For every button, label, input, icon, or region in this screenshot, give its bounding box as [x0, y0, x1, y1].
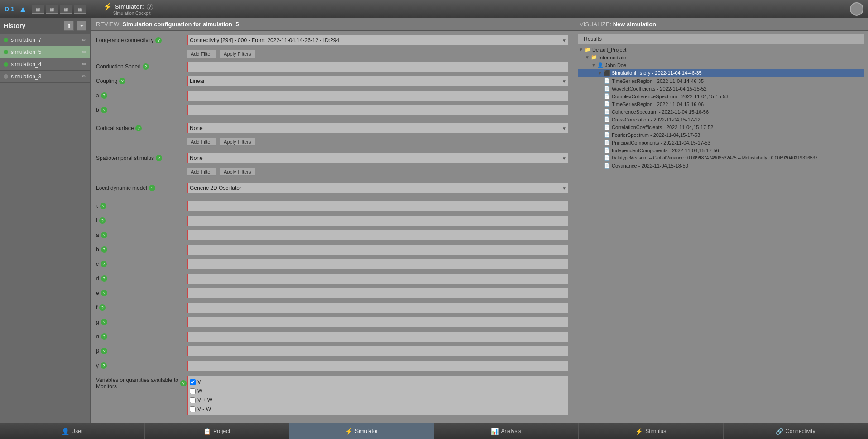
- spatiotemporal-select[interactable]: None: [187, 153, 568, 163]
- tree-node-5[interactable]: 📄 CrossCorrelation - 2022-11-04,15-17-12: [578, 116, 864, 123]
- b2-help[interactable]: ?: [101, 246, 107, 253]
- c-input[interactable]: [0.0]: [187, 259, 568, 269]
- tree-node-9[interactable]: 📄 IndependentComponents - 2022-11-04,15-…: [578, 146, 864, 154]
- gamma-help[interactable]: ?: [101, 362, 107, 369]
- a-input[interactable]: [0.00390625]: [187, 91, 568, 101]
- d-help[interactable]: ?: [101, 275, 107, 282]
- tree-node-2[interactable]: 📄 ComplexCoherenceSpectrum - 2022-11-04,…: [578, 92, 864, 100]
- e-label: e ?: [96, 290, 187, 296]
- e-help[interactable]: ?: [101, 290, 107, 296]
- tau-input[interactable]: [1.0]: [187, 201, 568, 211]
- var-vmw-checkbox[interactable]: [190, 406, 196, 412]
- g-input[interactable]: [0.0]: [187, 317, 568, 327]
- tau-help[interactable]: ?: [100, 203, 106, 209]
- a2-help[interactable]: ?: [101, 232, 107, 238]
- c-help[interactable]: ?: [101, 261, 107, 267]
- tree-node-6[interactable]: 📄 CorrelationCoefficients - 2022-11-04,1…: [578, 123, 864, 131]
- center-content[interactable]: Long-range connectivity ? Connectivity […: [91, 31, 574, 423]
- tab-simulator[interactable]: ⚡ Simulator: [289, 423, 434, 439]
- a-help[interactable]: ?: [101, 92, 107, 99]
- sidebar-item-sim5[interactable]: simulation_5 ✏: [0, 46, 90, 58]
- tree-node-3[interactable]: 📄 TimeSeriesRegion - 2022-11-04,15-16-06: [578, 100, 864, 108]
- tree-node-1[interactable]: 📄 WaveletCoefficients - 2022-11-04,15-15…: [578, 85, 864, 92]
- sim-help-icon[interactable]: ?: [147, 4, 153, 10]
- alpha-input[interactable]: [1.0]: [187, 332, 568, 342]
- spatiotemporal-help[interactable]: ?: [156, 155, 162, 161]
- g-row: g ? [0.0]: [96, 316, 568, 328]
- sim-title-icon: ⚡: [103, 2, 112, 11]
- b-input[interactable]: [0.0]: [187, 105, 568, 115]
- nav-icon-2[interactable]: ▦: [46, 5, 58, 14]
- tab-project[interactable]: 📋 Project: [145, 423, 290, 439]
- e-input[interactable]: [3.0]: [187, 288, 568, 298]
- b-help[interactable]: ?: [101, 107, 107, 113]
- nav-icon-3[interactable]: ▦: [60, 5, 72, 14]
- tree-node-11[interactable]: 📄 Covariance - 2022-11-04,15-18-50: [578, 162, 864, 169]
- var-v-checkbox[interactable]: [190, 379, 196, 385]
- conduction-speed-help[interactable]: ?: [143, 63, 149, 70]
- cortical-surface-label: Cortical surface ?: [96, 125, 187, 131]
- edit-icon-sim4[interactable]: ✏: [82, 61, 86, 68]
- lref-input[interactable]: [0.0]: [187, 216, 568, 226]
- b2-input[interactable]: [-10.0]: [187, 245, 568, 255]
- tree-node-root[interactable]: ▼ 📁 Default_Project: [578, 46, 864, 53]
- tree-node-8[interactable]: 📄 PrincipalComponents - 2022-11-04,15-17…: [578, 139, 864, 146]
- nav-icon-1[interactable]: ▦: [32, 5, 44, 14]
- cortical-surface-select[interactable]: None: [187, 123, 568, 133]
- apply-filters-btn-cs[interactable]: Apply Filters: [220, 138, 255, 146]
- star-button[interactable]: ✦: [77, 21, 86, 31]
- a2-input[interactable]: [-2.0]: [187, 230, 568, 240]
- var-vw-checkbox[interactable]: [190, 397, 196, 403]
- edit-icon-sim7[interactable]: ✏: [82, 37, 86, 43]
- tree-node-7[interactable]: 📄 FourierSpectrum - 2022-11-04,15-17-53: [578, 131, 864, 139]
- add-filter-btn-lr[interactable]: Add Filter: [187, 50, 216, 58]
- center-panel: REVIEW: Simulation configuration for sim…: [91, 18, 574, 423]
- lref-help[interactable]: ?: [99, 217, 106, 224]
- conduction-speed-label: Conduction Speed ?: [96, 63, 187, 70]
- coupling-select[interactable]: Linear: [187, 76, 568, 86]
- add-filter-btn-cs[interactable]: Add Filter: [187, 138, 216, 146]
- sidebar-item-sim7[interactable]: simulation_7 ✏: [0, 34, 90, 46]
- beta-help[interactable]: ?: [101, 348, 107, 354]
- edit-icon-sim5[interactable]: ✏: [82, 49, 86, 55]
- conduction-speed-input[interactable]: 3.0: [187, 62, 568, 72]
- sim-title-block: ⚡ Simulator: ? Simulation Cockpit: [103, 2, 153, 16]
- edit-icon-sim3[interactable]: ✏: [82, 73, 86, 80]
- sidebar-item-sim3[interactable]: simulation_3 ✏: [0, 71, 90, 83]
- results-tab[interactable]: Results: [578, 34, 864, 44]
- beta-input[interactable]: [1.0]: [187, 346, 568, 356]
- tree-node-sim-history[interactable]: ▼ ⬛ SimulationHistory - 2022-11-04,14-46…: [578, 69, 864, 77]
- ldm-help[interactable]: ?: [149, 185, 155, 191]
- folder-icon-root: 📁: [585, 47, 591, 53]
- d-input[interactable]: [0.02]: [187, 274, 568, 284]
- nav-icon-4[interactable]: ▦: [74, 5, 86, 14]
- f-input[interactable]: [1.0]: [187, 303, 568, 313]
- alpha-help[interactable]: ?: [101, 333, 107, 340]
- variables-help[interactable]: ?: [180, 380, 187, 386]
- f-help[interactable]: ?: [99, 304, 106, 311]
- tree-node-0[interactable]: 📄 TimeSeriesRegion - 2022-11-04,14-46-35: [578, 77, 864, 85]
- tree-node-user[interactable]: ▼ 👤 John Doe: [578, 61, 864, 69]
- tab-connectivity[interactable]: 🔗 Connectivity: [724, 423, 868, 439]
- tab-stimulus[interactable]: ⚡ Stimulus: [579, 423, 724, 439]
- tree-node-intermediate[interactable]: ▼ 📁 Intermediate: [578, 53, 864, 61]
- long-range-help[interactable]: ?: [155, 37, 162, 43]
- ldm-select[interactable]: Generic 2D Oscillator: [187, 183, 568, 193]
- g-help[interactable]: ?: [101, 319, 107, 325]
- user-avatar[interactable]: [850, 2, 863, 16]
- gamma-input[interactable]: [1.0]: [187, 361, 568, 371]
- var-w-checkbox[interactable]: [190, 388, 196, 394]
- tab-user[interactable]: 👤 User: [0, 423, 145, 439]
- tree-node-10[interactable]: 📄 DatatypeMeasure -- GlobalVariance : 0.…: [578, 154, 864, 162]
- long-range-connectivity-select[interactable]: Connectivity [294] - 000 - From: 2022-11…: [187, 35, 568, 45]
- sidebar-item-sim4[interactable]: simulation_4 ✏: [0, 58, 90, 71]
- apply-filters-btn-lr[interactable]: Apply Filters: [220, 50, 255, 58]
- connectivity-tab-label: Connectivity: [786, 428, 815, 434]
- cortical-help[interactable]: ?: [135, 125, 142, 131]
- upload-button[interactable]: ⬆: [64, 21, 74, 31]
- apply-filters-btn-st[interactable]: Apply Filters: [220, 168, 255, 176]
- tree-node-4[interactable]: 📄 CoherenceSpectrum - 2022-11-04,15-16-5…: [578, 108, 864, 116]
- coupling-help[interactable]: ?: [119, 78, 125, 84]
- tab-analysis[interactable]: 📊 Analysis: [434, 423, 579, 439]
- add-filter-btn-st[interactable]: Add Filter: [187, 168, 216, 176]
